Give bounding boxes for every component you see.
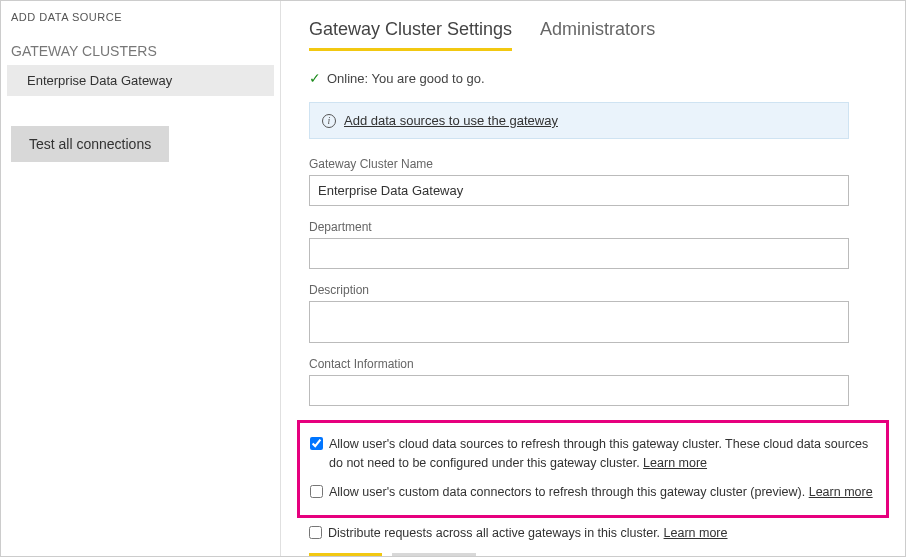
tab-gateway-cluster-settings[interactable]: Gateway Cluster Settings bbox=[309, 19, 512, 51]
apply-button[interactable]: Apply bbox=[309, 553, 382, 556]
field-contact: Contact Information bbox=[309, 357, 877, 406]
checkbox-custom-label: Allow user's custom data connectors to r… bbox=[329, 483, 873, 502]
checkbox-cloud-data-sources[interactable]: Allow user's cloud data sources to refre… bbox=[310, 435, 876, 473]
discard-button[interactable]: Discard bbox=[392, 553, 476, 556]
gateway-name-input[interactable] bbox=[309, 175, 849, 206]
checkbox-cloud-input[interactable] bbox=[310, 437, 323, 450]
learn-more-distribute-link[interactable]: Learn more bbox=[664, 526, 728, 540]
check-icon: ✓ bbox=[309, 70, 321, 86]
field-description: Description bbox=[309, 283, 877, 343]
add-data-source-header[interactable]: ADD DATA SOURCE bbox=[7, 11, 274, 37]
tab-administrators[interactable]: Administrators bbox=[540, 19, 655, 51]
highlighted-options: Allow user's cloud data sources to refre… bbox=[297, 420, 889, 518]
contact-label: Contact Information bbox=[309, 357, 877, 371]
field-gateway-name: Gateway Cluster Name bbox=[309, 157, 877, 206]
status-text: Online: You are good to go. bbox=[327, 71, 485, 86]
tabs: Gateway Cluster Settings Administrators bbox=[309, 19, 877, 52]
action-buttons: Apply Discard bbox=[309, 553, 877, 556]
gateway-clusters-title: GATEWAY CLUSTERS bbox=[7, 37, 274, 65]
info-icon: i bbox=[322, 114, 336, 128]
contact-input[interactable] bbox=[309, 375, 849, 406]
checkbox-custom-input[interactable] bbox=[310, 485, 323, 498]
description-label: Description bbox=[309, 283, 877, 297]
sidebar: ADD DATA SOURCE GATEWAY CLUSTERS Enterpr… bbox=[1, 1, 281, 556]
status-row: ✓ Online: You are good to go. bbox=[309, 70, 877, 86]
department-label: Department bbox=[309, 220, 877, 234]
description-input[interactable] bbox=[309, 301, 849, 343]
info-banner: i Add data sources to use the gateway bbox=[309, 102, 849, 139]
field-department: Department bbox=[309, 220, 877, 269]
learn-more-custom-link[interactable]: Learn more bbox=[809, 485, 873, 499]
gateway-name-label: Gateway Cluster Name bbox=[309, 157, 877, 171]
checkbox-distribute-label: Distribute requests across all active ga… bbox=[328, 524, 728, 543]
learn-more-cloud-link[interactable]: Learn more bbox=[643, 456, 707, 470]
cluster-item-enterprise[interactable]: Enterprise Data Gateway bbox=[7, 65, 274, 96]
checkbox-distribute-requests[interactable]: Distribute requests across all active ga… bbox=[309, 524, 877, 543]
test-all-connections-button[interactable]: Test all connections bbox=[11, 126, 169, 162]
checkbox-cloud-label: Allow user's cloud data sources to refre… bbox=[329, 435, 876, 473]
add-data-sources-link[interactable]: Add data sources to use the gateway bbox=[344, 113, 558, 128]
checkbox-custom-connectors[interactable]: Allow user's custom data connectors to r… bbox=[310, 483, 876, 502]
checkbox-distribute-input[interactable] bbox=[309, 526, 322, 539]
department-input[interactable] bbox=[309, 238, 849, 269]
main-panel: Gateway Cluster Settings Administrators … bbox=[281, 1, 905, 556]
